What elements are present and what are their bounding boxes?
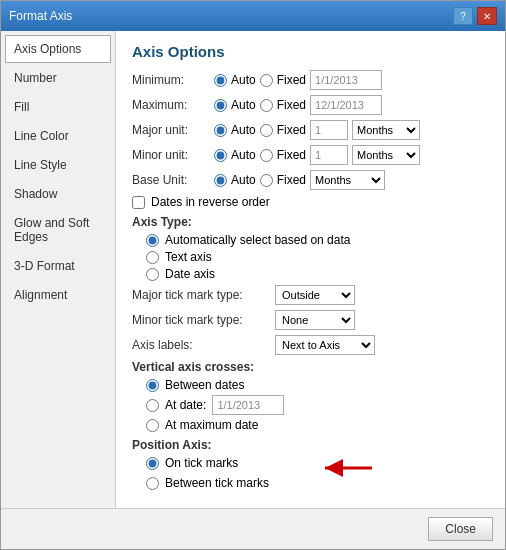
between-dates-radio[interactable] (146, 379, 159, 392)
close-button[interactable]: Close (428, 517, 493, 541)
maximum-auto-radio[interactable] (214, 99, 227, 112)
sidebar-item-fill[interactable]: Fill (5, 93, 111, 121)
base-fixed-label: Fixed (277, 173, 306, 187)
minimum-label: Minimum: (132, 73, 210, 87)
at-date-input[interactable] (212, 395, 284, 415)
base-unit-radio-group: Auto Fixed Months (214, 170, 385, 190)
between-tick-marks-label: Between tick marks (165, 476, 269, 490)
arrow-container (317, 456, 377, 480)
dialog-footer: Close (1, 508, 505, 549)
sidebar-item-alignment[interactable]: Alignment (5, 281, 111, 309)
minimum-row: Minimum: Auto Fixed (132, 70, 489, 90)
dates-reverse-row: Dates in reverse order (132, 195, 489, 209)
major-tick-select[interactable]: Outside (275, 285, 355, 305)
maximum-fixed-label: Fixed (277, 98, 306, 112)
major-unit-label: Major unit: (132, 123, 210, 137)
axis-type-auto-label: Automatically select based on data (165, 233, 350, 247)
maximum-row: Maximum: Auto Fixed (132, 95, 489, 115)
maximum-auto-label: Auto (231, 98, 256, 112)
dates-reverse-checkbox[interactable] (132, 196, 145, 209)
minimum-radio-group: Auto Fixed (214, 70, 382, 90)
base-months-select[interactable]: Months (310, 170, 385, 190)
minor-tick-row: Minor tick mark type: None (132, 310, 489, 330)
base-fixed-radio[interactable] (260, 174, 273, 187)
major-tick-label: Major tick mark type: (132, 288, 267, 302)
on-tick-marks-label: On tick marks (165, 456, 238, 470)
axis-type-date-row: Date axis (132, 267, 489, 281)
vertical-crosses-section: Vertical axis crosses: Between dates At … (132, 360, 489, 432)
between-tick-marks-radio[interactable] (146, 477, 159, 490)
axis-labels-row: Axis labels: Next to Axis (132, 335, 489, 355)
at-date-row: At date: (132, 395, 489, 415)
maximum-label: Maximum: (132, 98, 210, 112)
maximum-fixed-radio[interactable] (260, 99, 273, 112)
section-title: Axis Options (132, 43, 489, 60)
minor-auto-radio[interactable] (214, 149, 227, 162)
minor-value-input[interactable] (310, 145, 348, 165)
minor-auto-label: Auto (231, 148, 256, 162)
close-title-button[interactable]: ✕ (477, 7, 497, 25)
major-auto-radio[interactable] (214, 124, 227, 137)
sidebar-item-line-style[interactable]: Line Style (5, 151, 111, 179)
at-max-date-radio[interactable] (146, 419, 159, 432)
between-dates-label: Between dates (165, 378, 244, 392)
axis-type-text-label: Text axis (165, 250, 212, 264)
axis-type-auto-radio[interactable] (146, 234, 159, 247)
dialog-body: Axis Options Number Fill Line Color Line… (1, 31, 505, 508)
maximum-value-input[interactable] (310, 95, 382, 115)
on-tick-marks-radio[interactable] (146, 457, 159, 470)
base-unit-row: Base Unit: Auto Fixed Months (132, 170, 489, 190)
at-date-radio[interactable] (146, 399, 159, 412)
minor-tick-select[interactable]: None (275, 310, 355, 330)
minimum-auto-label: Auto (231, 73, 256, 87)
axis-type-text-radio[interactable] (146, 251, 159, 264)
base-auto-radio[interactable] (214, 174, 227, 187)
major-months-select[interactable]: Months (352, 120, 420, 140)
title-bar-controls: ? ✕ (453, 7, 497, 25)
sidebar-item-3d-format[interactable]: 3-D Format (5, 252, 111, 280)
between-tick-marks-row: Between tick marks (132, 476, 269, 490)
on-tick-marks-row: On tick marks (132, 456, 269, 470)
major-auto-label: Auto (231, 123, 256, 137)
axis-type-section: Axis Type: Automatically select based on… (132, 215, 489, 281)
dialog-title: Format Axis (9, 9, 72, 23)
minimum-fixed-label: Fixed (277, 73, 306, 87)
minimum-auto-radio[interactable] (214, 74, 227, 87)
format-axis-dialog: Format Axis ? ✕ Axis Options Number Fill… (0, 0, 506, 550)
sidebar-item-line-color[interactable]: Line Color (5, 122, 111, 150)
maximum-radio-group: Auto Fixed (214, 95, 382, 115)
base-auto-label: Auto (231, 173, 256, 187)
axis-type-date-label: Date axis (165, 267, 215, 281)
position-axis-title: Position Axis: (132, 438, 489, 452)
help-button[interactable]: ? (453, 7, 473, 25)
minor-months-select[interactable]: Months (352, 145, 420, 165)
sidebar-item-glow[interactable]: Glow and Soft Edges (5, 209, 111, 251)
sidebar: Axis Options Number Fill Line Color Line… (1, 31, 116, 508)
minimum-value-input[interactable] (310, 70, 382, 90)
major-unit-radio-group: Auto Fixed Months (214, 120, 420, 140)
major-value-input[interactable] (310, 120, 348, 140)
main-content: Axis Options Minimum: Auto Fixed Maximum… (116, 31, 505, 508)
axis-labels-label: Axis labels: (132, 338, 267, 352)
axis-type-text-row: Text axis (132, 250, 489, 264)
at-date-label: At date: (165, 398, 206, 412)
axis-type-title: Axis Type: (132, 215, 489, 229)
between-dates-row: Between dates (132, 378, 489, 392)
sidebar-item-number[interactable]: Number (5, 64, 111, 92)
minimum-fixed-radio[interactable] (260, 74, 273, 87)
sidebar-item-shadow[interactable]: Shadow (5, 180, 111, 208)
minor-fixed-radio[interactable] (260, 149, 273, 162)
major-fixed-radio[interactable] (260, 124, 273, 137)
minor-unit-row: Minor unit: Auto Fixed Months (132, 145, 489, 165)
axis-type-auto-row: Automatically select based on data (132, 233, 489, 247)
at-max-date-row: At maximum date (132, 418, 489, 432)
axis-type-date-radio[interactable] (146, 268, 159, 281)
dates-reverse-label: Dates in reverse order (151, 195, 270, 209)
axis-labels-select[interactable]: Next to Axis (275, 335, 375, 355)
title-bar: Format Axis ? ✕ (1, 1, 505, 31)
minor-tick-label: Minor tick mark type: (132, 313, 267, 327)
red-arrow-icon (317, 456, 377, 480)
sidebar-item-axis-options[interactable]: Axis Options (5, 35, 111, 63)
minor-fixed-label: Fixed (277, 148, 306, 162)
major-tick-row: Major tick mark type: Outside (132, 285, 489, 305)
